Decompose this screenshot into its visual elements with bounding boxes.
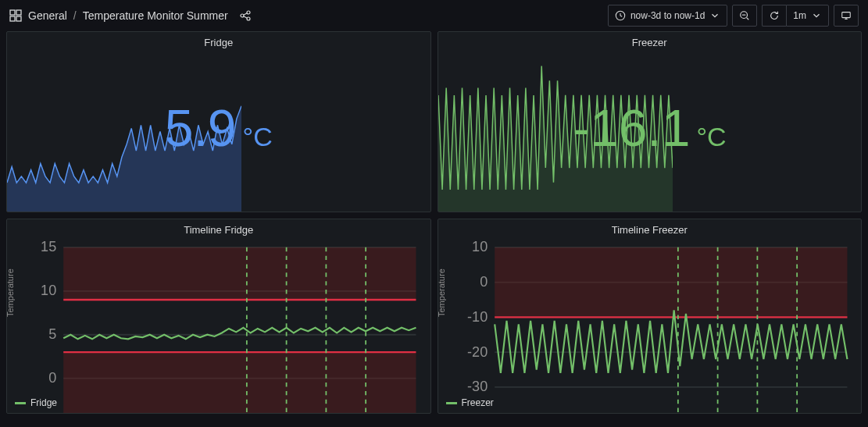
svg-rect-28 — [63, 352, 416, 414]
chevron-down-icon — [709, 10, 720, 21]
svg-line-8 — [243, 16, 247, 18]
svg-rect-2 — [10, 16, 15, 21]
time-picker[interactable]: now-3d to now-1d — [608, 5, 727, 27]
svg-text:10: 10 — [41, 283, 56, 298]
panel-title: Timeline Freezer — [438, 219, 862, 239]
kiosk-button[interactable] — [834, 5, 859, 27]
y-axis-label: Temperature — [6, 269, 15, 317]
svg-rect-0 — [10, 10, 15, 15]
panel-timeline-fridge[interactable]: Timeline Fridge -505101510/29 16:0010/30… — [6, 219, 431, 414]
freezer-value: -16.1 °C — [573, 98, 727, 158]
svg-text:10: 10 — [472, 239, 488, 254]
svg-rect-26 — [63, 247, 416, 300]
dashboard-header: General / Temperature Monitor Summer now… — [0, 0, 868, 31]
svg-line-7 — [243, 13, 247, 15]
svg-rect-52 — [495, 247, 847, 318]
time-range-label: now-3d to now-1d — [630, 10, 705, 21]
panel-grid: Fridge 5.9 °C Freezer -16.1 °C Timeline … — [0, 31, 868, 420]
panel-freezer-stat[interactable]: Freezer -16.1 °C — [438, 31, 863, 212]
zoom-out-button[interactable] — [732, 5, 757, 27]
refresh-interval-picker[interactable]: 1m — [786, 5, 829, 27]
svg-text:-10: -10 — [467, 309, 488, 325]
svg-line-11 — [747, 18, 749, 20]
panel-timeline-freezer[interactable]: Timeline Freezer -40-30-20-1001010/29 16… — [438, 219, 863, 414]
svg-point-5 — [247, 11, 250, 14]
monitor-icon — [841, 10, 852, 21]
refresh-group: 1m — [762, 5, 829, 27]
panel-title: Timeline Fridge — [7, 219, 430, 239]
grid-icon[interactable] — [9, 9, 22, 22]
panel-title: Fridge — [7, 32, 430, 52]
breadcrumb-separator: / — [73, 9, 77, 22]
svg-point-4 — [241, 14, 244, 17]
breadcrumb-title[interactable]: Temperature Monitor Summer — [83, 9, 228, 22]
svg-point-6 — [247, 17, 250, 20]
svg-text:-20: -20 — [467, 344, 488, 360]
toolbar: now-3d to now-1d 1m — [608, 5, 859, 27]
svg-rect-13 — [842, 12, 851, 18]
svg-rect-3 — [16, 16, 21, 21]
svg-rect-1 — [16, 10, 21, 15]
chevron-down-icon — [811, 10, 822, 21]
svg-text:-30: -30 — [467, 379, 488, 394]
y-axis-label: Temperature — [438, 269, 446, 317]
panel-body: -16.1 °C — [438, 52, 862, 212]
zoom-out-icon — [739, 10, 750, 21]
refresh-interval-label: 1m — [793, 10, 806, 21]
svg-text:0: 0 — [480, 274, 488, 290]
panel-body: -505101510/29 16:0010/30 00:0010/30 08:0… — [7, 239, 430, 394]
refresh-button[interactable] — [762, 5, 786, 27]
panel-body: 5.9 °C — [7, 52, 430, 212]
panel-title: Freezer — [438, 32, 862, 52]
share-icon[interactable] — [239, 9, 252, 22]
panel-body: -40-30-20-1001010/29 16:0010/30 00:0010/… — [438, 239, 862, 394]
timeline-fridge-chart: -505101510/29 16:0010/30 00:0010/30 08:0… — [7, 239, 430, 414]
panel-fridge-stat[interactable]: Fridge 5.9 °C — [6, 31, 431, 212]
svg-text:5: 5 — [48, 326, 56, 342]
timeline-freezer-chart: -40-30-20-1001010/29 16:0010/30 00:0010/… — [438, 239, 862, 414]
svg-text:15: 15 — [41, 239, 56, 254]
refresh-icon — [769, 10, 780, 21]
svg-text:0: 0 — [48, 370, 56, 386]
fridge-value: 5.9 °C — [165, 98, 273, 158]
breadcrumb-folder[interactable]: General — [28, 9, 67, 22]
clock-icon — [615, 10, 626, 21]
breadcrumb: General / Temperature Monitor Summer — [9, 9, 252, 22]
